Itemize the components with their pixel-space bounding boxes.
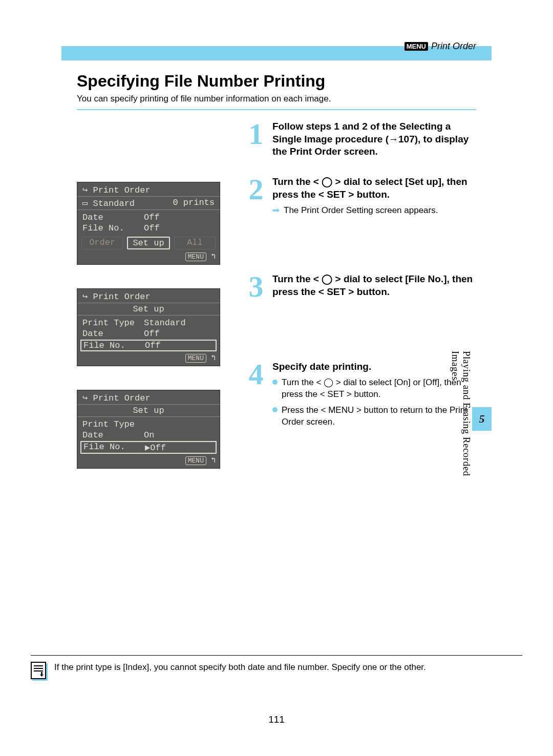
step-4-bullet-1: Turn the < ◯ > dial to select [On] or [O… [282, 377, 476, 401]
step-number: 3 [246, 273, 266, 299]
menu-badge: MENU [405, 42, 428, 51]
chapter-side-tab: 5 Playing and Erasing Recorded Images [450, 351, 492, 492]
menu-return-icon: MENU [185, 253, 206, 261]
chapter-number: 5 [479, 412, 485, 426]
table-row: DateOff [82, 328, 215, 339]
arrow-icon: ➟ [272, 205, 280, 216]
table-row: DateOff [82, 212, 215, 223]
divider [77, 109, 476, 110]
intro-text: You can specify printing of file number … [77, 94, 476, 104]
table-row: Print Type [82, 419, 215, 430]
table-row-selected: File No.Off [80, 340, 217, 351]
table-row: DateOn [82, 430, 215, 440]
lcd1-buttons: Order Set up All [77, 235, 220, 251]
step-4-title: Specify date printing. [272, 361, 476, 373]
lcd-screenshot-1: ↪ Print Order ▭ Standard 0 prints DateOf… [77, 182, 220, 265]
step-3-title: Turn the < ◯ > dial to select [File No.]… [272, 273, 476, 298]
step-2: 2 Turn the < ◯ > dial to select [Set up]… [246, 176, 476, 217]
step-2-title: Turn the < ◯ > dial to select [Set up], … [272, 176, 476, 201]
note-text: If the print type is [Index], you cannot… [54, 662, 426, 674]
lcd1-subhead: ▭ Standard 0 prints [77, 197, 220, 210]
lcd3-title: ↪ Print Order [77, 390, 220, 405]
table-row: Print TypeStandard [82, 318, 215, 328]
header-section: MENU Print Order [405, 41, 476, 52]
lcd3-setup: Set up [77, 405, 220, 417]
lcd2-title: ↪ Print Order [77, 289, 220, 303]
bullet-icon [272, 407, 278, 412]
note-icon [31, 662, 46, 679]
lcd-screenshot-2: ↪ Print Order Set up Print TypeStandard … [77, 288, 220, 366]
header-section-text: Print Order [431, 41, 476, 52]
step-1-title: Follow steps 1 and 2 of the Select­ing a… [272, 120, 476, 158]
table-row-selected: File No.▶Off [80, 441, 217, 454]
page-title: Specifying File Number Printing [77, 72, 476, 91]
step-number: 1 [246, 120, 266, 158]
lcd-screenshot-3: ↪ Print Order Set up Print Type DateOn F… [77, 390, 220, 469]
lcd-button-active: Set up [127, 237, 169, 249]
bullet-icon [272, 380, 278, 385]
step-1: 1 Follow steps 1 and 2 of the Select­ing… [246, 120, 476, 158]
page-number: 111 [0, 714, 553, 725]
step-4-bullet-2: Press the < MENU > button to return to t… [282, 405, 476, 428]
step-4: 4 Specify date printing. Turn the < ◯ > … [246, 361, 476, 428]
lcd-button: Order [81, 237, 123, 249]
step-3: 3 Turn the < ◯ > dial to select [File No… [246, 273, 476, 299]
step-number: 4 [246, 361, 266, 428]
chapter-number-box: 5 [472, 407, 492, 431]
chapter-title: Playing and Erasing Recorded Images [450, 351, 472, 492]
step-number: 2 [246, 176, 266, 217]
step-2-sub: The Print Order Setting screen appears. [284, 205, 476, 217]
table-row: File No.Off [82, 223, 215, 234]
lcd2-setup: Set up [77, 303, 220, 316]
lcd-button: All [174, 237, 216, 249]
lcd1-title: ↪ Print Order [77, 182, 220, 197]
menu-return-icon: MENU [185, 456, 206, 465]
menu-return-icon: MENU [185, 354, 206, 363]
note-box: If the print type is [Index], you cannot… [31, 655, 522, 679]
